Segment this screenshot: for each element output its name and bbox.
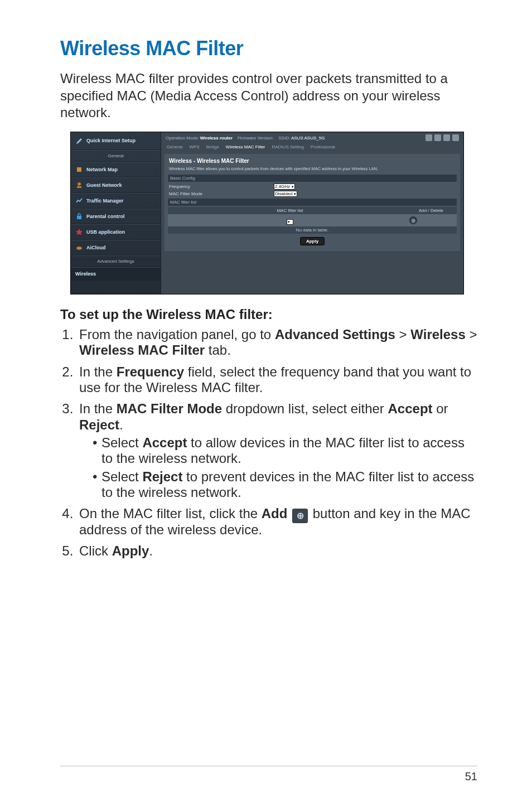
t: Add xyxy=(262,506,288,521)
sidebar-label: Guest Network xyxy=(86,182,122,188)
sidebar-label: Wireless xyxy=(75,271,96,277)
col-action: Add / Delete xyxy=(409,208,453,213)
topbar-icon[interactable] xyxy=(425,134,432,141)
t: Reject xyxy=(79,417,119,432)
tabs: General WPS Bridge Wireless MAC Filter R… xyxy=(161,142,463,152)
svg-point-4 xyxy=(76,247,82,250)
svg-rect-0 xyxy=(77,167,81,172)
subhead-basic: Basic Config xyxy=(168,175,457,182)
frequency-label: Frequency xyxy=(169,184,269,189)
sidebar-label: Quick Internet Setup xyxy=(86,138,136,144)
sidebar-item-network-map[interactable]: Network Map xyxy=(71,162,161,177)
step-4: On the MAC filter list, click the Add ⊕ … xyxy=(77,506,477,538)
router-sidebar: Quick Internet Setup General Network Map… xyxy=(71,132,161,294)
sidebar-item-parental[interactable]: Parental control xyxy=(71,209,161,224)
step-1: From the navigation panel, go to Advance… xyxy=(77,327,477,359)
sidebar-item-guest[interactable]: Guest Network xyxy=(71,177,161,193)
bullet-reject: Select Reject to prevent devices in the … xyxy=(93,469,477,501)
topbar-icon[interactable] xyxy=(443,134,450,141)
lock-icon xyxy=(75,212,83,220)
tab-mac-filter[interactable]: Wireless MAC Filter xyxy=(224,143,268,151)
sidebar-label: Network Map xyxy=(86,167,118,172)
sidebar-item-usb[interactable]: USB application xyxy=(71,224,161,240)
cloud-icon xyxy=(75,244,83,252)
sidebar-item-wireless[interactable]: Wireless xyxy=(71,267,161,281)
subhead-list: MAC filter list xyxy=(168,199,457,206)
t: Wireless xyxy=(410,327,466,342)
t: . xyxy=(149,543,153,558)
apply-button[interactable]: Apply xyxy=(300,237,325,245)
tab-general[interactable]: General xyxy=(165,143,185,151)
svg-rect-3 xyxy=(77,216,81,219)
sidebar-item-aicloud[interactable]: AiCloud xyxy=(71,240,161,255)
router-content: Operation Mode: Wireless router Firmware… xyxy=(161,132,463,294)
row-frequency: Frequency 2.4GHz xyxy=(168,183,457,190)
traffic-icon xyxy=(75,197,83,205)
t: Frequency xyxy=(117,364,184,379)
t: Apply xyxy=(112,543,149,558)
t: MAC Filter Mode xyxy=(117,401,222,416)
network-icon xyxy=(75,166,83,173)
step-2: In the Frequency field, select the frequ… xyxy=(77,364,477,396)
sidebar-heading-general: General xyxy=(71,150,161,162)
t: Accept xyxy=(142,435,187,450)
t: Select xyxy=(101,435,142,450)
sidebar-item-qis[interactable]: Quick Internet Setup xyxy=(71,132,161,150)
sidebar-item-traffic[interactable]: Traffic Manager xyxy=(71,193,161,209)
frequency-select[interactable]: 2.4GHz xyxy=(274,183,295,190)
t: dropdown list, select either xyxy=(222,401,388,416)
add-icon[interactable]: ⊕ xyxy=(409,216,418,225)
tab-radius[interactable]: RADIUS Setting xyxy=(270,143,306,151)
sidebar-heading-advanced: Advanced Settings xyxy=(71,255,161,267)
tab-wps[interactable]: WPS xyxy=(187,143,201,151)
ssid-value: ASUS ASUS_5G xyxy=(291,136,325,141)
panel-title: Wireless - Wireless MAC Filter xyxy=(168,156,457,165)
t: In the xyxy=(79,401,117,416)
svg-point-1 xyxy=(78,182,81,186)
page-title: Wireless MAC Filter xyxy=(60,37,477,60)
mode-select[interactable]: Disabled xyxy=(274,191,297,197)
table-row: ⊕ xyxy=(168,214,457,226)
t: Advanced Settings xyxy=(275,327,395,342)
steps-list: From the navigation panel, go to Advance… xyxy=(60,327,477,559)
t: Select xyxy=(101,469,142,484)
step-3: In the MAC Filter Mode dropdown list, se… xyxy=(77,401,477,500)
svg-rect-2 xyxy=(77,186,81,188)
topbar-icon[interactable] xyxy=(434,134,441,141)
step-5: Click Apply. xyxy=(77,543,477,559)
bullet-accept: Select Accept to allow devices in the MA… xyxy=(93,435,477,467)
fw-label: Firmware Version: xyxy=(238,136,273,141)
t: Click xyxy=(79,543,112,558)
sub-bullets: Select Accept to allow devices in the MA… xyxy=(79,435,477,500)
router-topbar: Operation Mode: Wireless router Firmware… xyxy=(161,132,463,142)
section-heading: To set up the Wireless MAC filter: xyxy=(60,307,477,322)
mode-label: MAC Filter Mode xyxy=(169,191,269,196)
table-header: MAC filter list Add / Delete xyxy=(168,207,457,214)
mac-input[interactable] xyxy=(287,219,293,225)
pencil-icon xyxy=(75,137,83,145)
router-screenshot: Quick Internet Setup General Network Map… xyxy=(70,132,464,294)
sidebar-label: USB application xyxy=(86,229,125,235)
t: > xyxy=(395,327,410,342)
star-icon xyxy=(75,228,83,236)
t: Accept xyxy=(388,401,433,416)
panel-desc: Wireless MAC filter allows you to contro… xyxy=(168,165,457,173)
sidebar-label: Traffic Manager xyxy=(86,198,124,204)
tab-bridge[interactable]: Bridge xyxy=(204,143,221,151)
t: From the navigation panel, go to xyxy=(79,327,275,342)
panel: Wireless - Wireless MAC Filter Wireless … xyxy=(165,154,460,251)
t: On the MAC filter list, click the xyxy=(79,506,262,521)
footer-rule xyxy=(60,766,477,766)
op-mode-value: Wireless router xyxy=(200,136,233,141)
op-mode-label: Operation Mode: xyxy=(166,136,199,141)
ssid-label: SSID: xyxy=(278,136,290,141)
guest-icon xyxy=(75,181,83,189)
tab-professional[interactable]: Professional xyxy=(308,143,337,151)
col-mac: MAC filter list xyxy=(171,208,409,213)
t: tab. xyxy=(205,342,231,357)
add-icon: ⊕ xyxy=(292,509,308,523)
intro-text: Wireless MAC filter provides control ove… xyxy=(60,70,477,122)
topbar-icon[interactable] xyxy=(452,134,459,141)
page-number: 51 xyxy=(465,770,477,783)
t: . xyxy=(119,417,123,432)
